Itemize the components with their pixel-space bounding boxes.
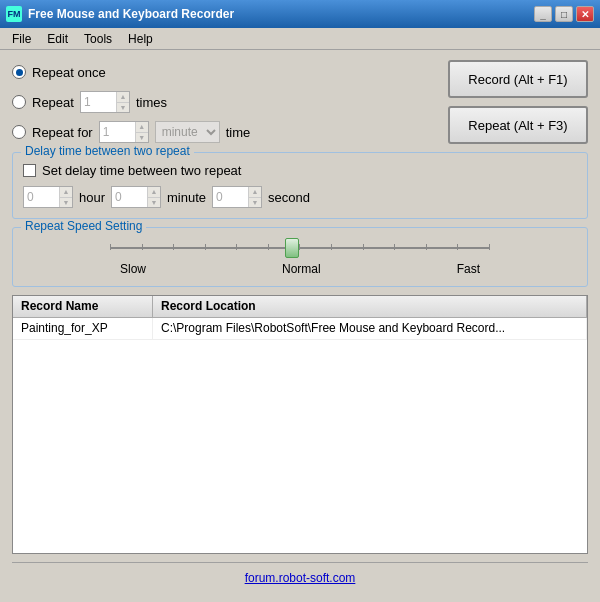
hour-spinbox: ▲ ▼: [23, 186, 73, 208]
second-label: second: [268, 190, 310, 205]
minute-arrows: ▲ ▼: [147, 187, 160, 207]
hour-arrows: ▲ ▼: [59, 187, 72, 207]
menu-edit[interactable]: Edit: [39, 30, 76, 48]
repeat-once-label: Repeat once: [32, 65, 106, 80]
title-bar: FM Free Mouse and Keyboard Recorder _ □ …: [0, 0, 600, 28]
hour-input[interactable]: [24, 187, 59, 207]
repeat-times-row: Repeat ▲ ▼ times: [12, 90, 438, 114]
repeat-once-row: Repeat once: [12, 60, 438, 84]
slider-line: [110, 247, 490, 249]
close-button[interactable]: ✕: [576, 6, 594, 22]
tick-1: [142, 244, 143, 250]
repeat-times-up[interactable]: ▲: [117, 92, 129, 103]
repeat-for-radio[interactable]: [12, 125, 26, 139]
slider-area: Slow Normal Fast: [23, 234, 577, 276]
tick-4: [236, 244, 237, 250]
repeat-once-radio[interactable]: [12, 65, 26, 79]
repeat-for-label: Repeat for: [32, 125, 93, 140]
maximize-button[interactable]: □: [555, 6, 573, 22]
cell-record-location: C:\Program Files\RobotSoft\Free Mouse an…: [153, 318, 587, 339]
repeat-for-up[interactable]: ▲: [136, 122, 148, 133]
menu-bar: File Edit Tools Help: [0, 28, 600, 50]
title-bar-controls: _ □ ✕: [534, 6, 594, 22]
minimize-button[interactable]: _: [534, 6, 552, 22]
slider-track[interactable]: [110, 238, 490, 258]
tick-11: [457, 244, 458, 250]
repeat-for-arrows: ▲ ▼: [135, 122, 148, 142]
second-arrows: ▲ ▼: [248, 187, 261, 207]
hour-label: hour: [79, 190, 105, 205]
second-spinbox: ▲ ▼: [212, 186, 262, 208]
footer: forum.robot-soft.com: [12, 562, 588, 592]
slider-thumb[interactable]: [285, 238, 299, 258]
time-inputs: ▲ ▼ hour ▲ ▼ minute ▲: [23, 186, 577, 208]
speed-group-title: Repeat Speed Setting: [21, 219, 146, 233]
second-input[interactable]: [213, 187, 248, 207]
repeat-for-spinbox: ▲ ▼: [99, 121, 149, 143]
slider-label-slow: Slow: [120, 262, 146, 276]
repeat-for-suffix: time: [226, 125, 251, 140]
tick-7: [331, 244, 332, 250]
tick-10: [426, 244, 427, 250]
cell-record-name: Painting_for_XP: [13, 318, 153, 339]
second-down[interactable]: ▼: [249, 198, 261, 208]
record-button[interactable]: Record (Alt + F1): [448, 60, 588, 98]
tick-9: [394, 244, 395, 250]
options-area: Repeat once Repeat ▲ ▼ times Repeat for: [12, 60, 438, 144]
minute-up[interactable]: ▲: [148, 187, 160, 198]
second-up[interactable]: ▲: [249, 187, 261, 198]
repeat-times-spinbox: ▲ ▼: [80, 91, 130, 113]
repeat-for-input[interactable]: [100, 122, 135, 142]
repeat-for-row: Repeat for ▲ ▼ minute hour second time: [12, 120, 438, 144]
footer-link[interactable]: forum.robot-soft.com: [245, 571, 356, 585]
delay-group: Delay time between two repeat Set delay …: [12, 152, 588, 219]
repeat-times-down[interactable]: ▼: [117, 103, 129, 113]
slider-ticks: [110, 247, 490, 249]
slider-labels: Slow Normal Fast: [110, 262, 490, 276]
repeat-button[interactable]: Repeat (Alt + F3): [448, 106, 588, 144]
menu-file[interactable]: File: [4, 30, 39, 48]
menu-tools[interactable]: Tools: [76, 30, 120, 48]
tick-8: [363, 244, 364, 250]
delay-inner: Set delay time between two repeat ▲ ▼ ho…: [23, 163, 577, 208]
speed-group: Repeat Speed Setting: [12, 227, 588, 287]
delay-checkbox-row: Set delay time between two repeat: [23, 163, 577, 178]
slider-label-normal: Normal: [282, 262, 321, 276]
delay-checkbox[interactable]: [23, 164, 36, 177]
table-header: Record Name Record Location: [13, 296, 587, 318]
delay-group-title: Delay time between two repeat: [21, 144, 194, 158]
record-table: Record Name Record Location Painting_for…: [12, 295, 588, 554]
slider-label-fast: Fast: [457, 262, 480, 276]
hour-down[interactable]: ▼: [60, 198, 72, 208]
repeat-times-label: Repeat: [32, 95, 74, 110]
repeat-times-input[interactable]: [81, 92, 116, 112]
main-content: Repeat once Repeat ▲ ▼ times Repeat for: [0, 50, 600, 602]
minute-label: minute: [167, 190, 206, 205]
hour-up[interactable]: ▲: [60, 187, 72, 198]
action-buttons: Record (Alt + F1) Repeat (Alt + F3): [448, 60, 588, 144]
repeat-for-unit-select[interactable]: minute hour second: [155, 121, 220, 143]
app-icon: FM: [6, 6, 22, 22]
repeat-for-down[interactable]: ▼: [136, 133, 148, 143]
repeat-times-arrows: ▲ ▼: [116, 92, 129, 112]
tick-12: [489, 244, 490, 250]
delay-checkbox-label: Set delay time between two repeat: [42, 163, 241, 178]
repeat-times-radio[interactable]: [12, 95, 26, 109]
tick-2: [173, 244, 174, 250]
minute-spinbox: ▲ ▼: [111, 186, 161, 208]
tick-0: [110, 244, 111, 250]
minute-input[interactable]: [112, 187, 147, 207]
col-header-name: Record Name: [13, 296, 153, 317]
menu-help[interactable]: Help: [120, 30, 161, 48]
minute-down[interactable]: ▼: [148, 198, 160, 208]
tick-6: [299, 244, 300, 250]
top-section: Repeat once Repeat ▲ ▼ times Repeat for: [12, 60, 588, 144]
title-bar-text: Free Mouse and Keyboard Recorder: [28, 7, 534, 21]
tick-3: [205, 244, 206, 250]
table-row[interactable]: Painting_for_XP C:\Program Files\RobotSo…: [13, 318, 587, 340]
repeat-times-suffix: times: [136, 95, 167, 110]
col-header-location: Record Location: [153, 296, 587, 317]
tick-5: [268, 244, 269, 250]
